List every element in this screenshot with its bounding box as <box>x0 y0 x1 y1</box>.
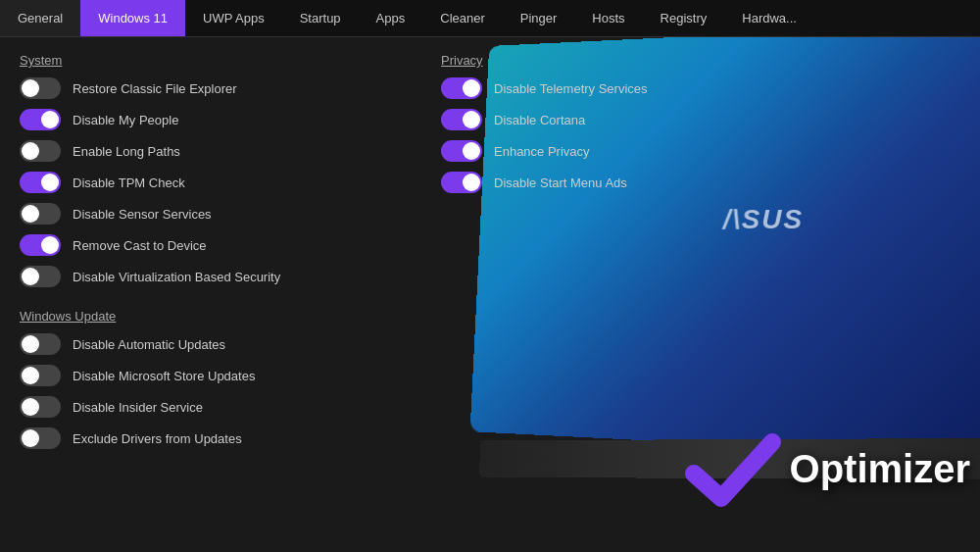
toggle-switch[interactable] <box>20 396 61 418</box>
privacy-section-title: Privacy <box>441 53 960 68</box>
toggle-row: Disable Sensor Services <box>20 203 402 225</box>
toggle-switch[interactable] <box>20 203 61 225</box>
toggle-label: Disable My People <box>73 113 178 127</box>
asus-logo: /\SUS <box>722 204 804 235</box>
toggle-row: Disable Telemetry Services <box>441 77 960 99</box>
toggle-row: Disable Insider Service <box>20 396 402 418</box>
toggle-label: Disable Microsoft Store Updates <box>73 369 255 383</box>
toggle-thumb <box>41 236 59 254</box>
toggle-label: Remove Cast to Device <box>73 238 207 253</box>
toggle-row: Disable My People <box>20 109 402 130</box>
nav-item-cleaner[interactable]: Cleaner <box>422 0 503 36</box>
toggle-switch[interactable] <box>441 77 482 99</box>
toggle-label: Disable Automatic Updates <box>73 337 225 352</box>
toggle-thumb <box>22 398 39 416</box>
toggle-switch[interactable] <box>441 109 482 130</box>
toggle-label: Disable Sensor Services <box>73 207 212 222</box>
left-panel: System Restore Classic File ExplorerDisa… <box>0 37 421 552</box>
toggle-label: Restore Classic File Explorer <box>73 81 237 96</box>
toggle-thumb <box>22 142 39 160</box>
nav-item-hardwa...[interactable]: Hardwa... <box>724 0 814 36</box>
system-section-title: System <box>20 53 402 68</box>
toggle-thumb <box>463 142 480 160</box>
checkmark-icon <box>684 425 782 513</box>
toggle-thumb <box>463 111 480 128</box>
toggle-row: Disable TPM Check <box>20 172 402 193</box>
toggle-row: Disable Cortana <box>441 109 960 130</box>
privacy-section: Privacy Disable Telemetry ServicesDisabl… <box>441 53 960 193</box>
toggle-thumb <box>22 79 39 97</box>
navbar: GeneralWindows 11UWP AppsStartupAppsClea… <box>0 0 980 37</box>
toggle-row: Remove Cast to Device <box>20 234 402 256</box>
toggle-switch[interactable] <box>20 77 61 99</box>
toggle-thumb <box>463 174 480 191</box>
toggle-switch[interactable] <box>20 427 61 449</box>
toggle-switch[interactable] <box>441 140 482 162</box>
toggle-label: Enhance Privacy <box>494 144 590 159</box>
windows-update-section-title: Windows Update <box>20 309 402 324</box>
toggle-switch[interactable] <box>20 266 61 287</box>
toggle-label: Disable Insider Service <box>73 400 203 415</box>
toggle-thumb <box>22 205 39 223</box>
toggle-row: Disable Virtualization Based Security <box>20 266 402 287</box>
toggle-row: Disable Automatic Updates <box>20 333 402 355</box>
main-content: System Restore Classic File ExplorerDisa… <box>0 37 980 552</box>
toggle-row: Restore Classic File Explorer <box>20 77 402 99</box>
toggle-thumb <box>22 429 39 447</box>
nav-item-apps[interactable]: Apps <box>359 0 423 36</box>
toggle-switch[interactable] <box>20 333 61 355</box>
toggle-switch[interactable] <box>441 172 482 193</box>
nav-item-hosts[interactable]: Hosts <box>574 0 642 36</box>
toggle-thumb <box>22 335 39 353</box>
toggle-label: Disable Telemetry Services <box>494 81 648 96</box>
nav-item-general[interactable]: General <box>0 0 80 36</box>
toggle-thumb <box>41 174 59 191</box>
nav-item-windows-11[interactable]: Windows 11 <box>80 0 185 36</box>
toggle-switch[interactable] <box>20 234 61 256</box>
toggle-label: Disable Start Menu Ads <box>494 176 627 190</box>
nav-item-pinger[interactable]: Pinger <box>503 0 575 36</box>
toggle-label: Disable Virtualization Based Security <box>73 270 280 284</box>
toggle-switch[interactable] <box>20 365 61 386</box>
system-toggles: Restore Classic File ExplorerDisable My … <box>20 77 402 287</box>
right-panel: Privacy Disable Telemetry ServicesDisabl… <box>421 37 980 552</box>
toggle-row: Exclude Drivers from Updates <box>20 427 402 449</box>
toggle-row: Enhance Privacy <box>441 140 960 162</box>
toggle-label: Disable Cortana <box>494 113 585 127</box>
optimizer-label: Optimizer <box>790 447 970 491</box>
privacy-toggles: Disable Telemetry ServicesDisable Cortan… <box>441 77 960 193</box>
toggle-row: Disable Start Menu Ads <box>441 172 960 193</box>
toggle-thumb <box>22 268 39 285</box>
toggle-thumb <box>463 79 480 97</box>
toggle-thumb <box>22 367 39 384</box>
toggle-row: Enable Long Paths <box>20 140 402 162</box>
toggle-label: Enable Long Paths <box>73 144 180 159</box>
toggle-row: Disable Microsoft Store Updates <box>20 365 402 386</box>
toggle-switch[interactable] <box>20 140 61 162</box>
toggle-thumb <box>41 111 59 128</box>
toggle-label: Exclude Drivers from Updates <box>73 431 242 446</box>
update-toggles: Disable Automatic UpdatesDisable Microso… <box>20 333 402 449</box>
nav-item-startup[interactable]: Startup <box>282 0 359 36</box>
toggle-switch[interactable] <box>20 109 61 130</box>
nav-item-registry[interactable]: Registry <box>643 0 725 36</box>
toggle-switch[interactable] <box>20 172 61 193</box>
toggle-label: Disable TPM Check <box>73 176 185 190</box>
nav-item-uwp-apps[interactable]: UWP Apps <box>185 0 282 36</box>
optimizer-badge: Optimizer <box>684 425 970 513</box>
